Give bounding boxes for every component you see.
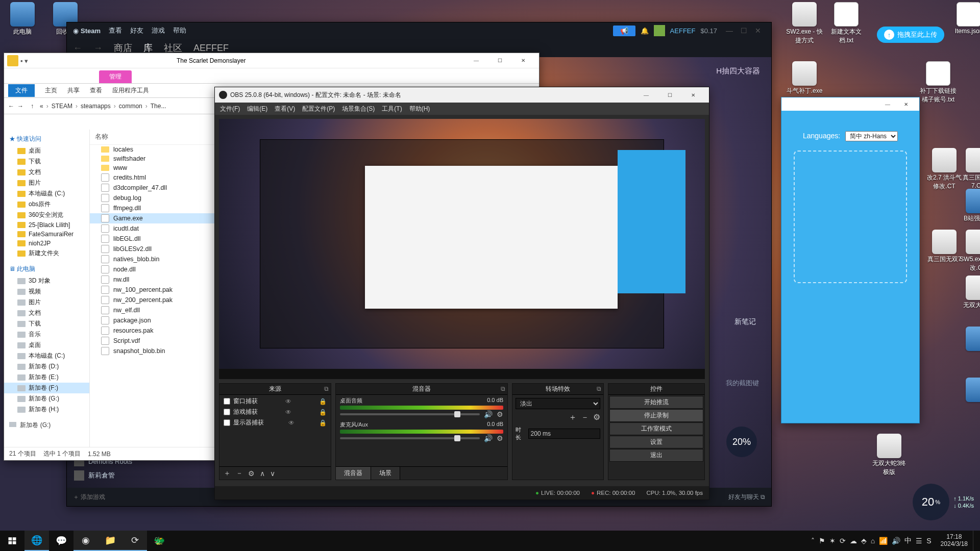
- sidebar-quick-header[interactable]: ★ 快速访问: [4, 133, 89, 145]
- speaker-icon[interactable]: 🔊: [484, 410, 493, 418]
- tray-icon[interactable]: ⟳: [840, 537, 846, 545]
- obs-menu-view[interactable]: 查看(V): [275, 105, 295, 113]
- source-checkbox[interactable]: [224, 398, 230, 405]
- desktop-icon-ct2[interactable]: 真三国无双7.CT: [959, 148, 980, 189]
- steam-min-button[interactable]: —: [722, 27, 737, 35]
- sidebar-item[interactable]: obs原件: [4, 199, 89, 210]
- obs-control-button[interactable]: 工作室模式: [609, 422, 703, 435]
- sidebar-item[interactable]: 本地磁盘 (C:): [4, 188, 89, 199]
- desktop-icon-ct1[interactable]: 改2.7 洪斗气修改.CT: [925, 148, 964, 191]
- crumb-up[interactable]: ↑: [27, 103, 38, 110]
- sidebar-item[interactable]: 新加卷 (G:): [4, 393, 89, 404]
- sidebar-item[interactable]: 图片: [4, 297, 89, 308]
- sidebar-item[interactable]: nioh2JP: [4, 239, 89, 248]
- src-down-button[interactable]: ∨: [270, 469, 275, 478]
- taskbar-obs[interactable]: ◉: [74, 531, 98, 551]
- tray-icon[interactable]: ☁: [850, 537, 857, 545]
- steam-close-button[interactable]: ✕: [751, 27, 765, 35]
- obs-control-button[interactable]: 停止录制: [609, 409, 703, 422]
- sidebar-item[interactable]: 新加卷 (F:): [4, 383, 89, 393]
- crumb-2[interactable]: steamapps: [79, 103, 113, 110]
- mixer-tab-mixer[interactable]: 混音器: [336, 467, 371, 480]
- explorer-close-button[interactable]: ✕: [511, 53, 535, 68]
- crumb-0[interactable]: «: [38, 103, 45, 110]
- obs-menu-help[interactable]: 帮助(H): [409, 105, 430, 113]
- source-item[interactable]: 显示器捕获👁🔒: [220, 417, 330, 428]
- desktop-icon-bili[interactable]: B站强暴姬: [959, 189, 980, 223]
- steam-menu-friends[interactable]: 好友: [130, 26, 143, 35]
- tray-network-icon[interactable]: 📶: [879, 537, 888, 545]
- obs-titlebar[interactable]: OBS 25.0.8 (64-bit, windows) - 配置文件: 未命名…: [215, 87, 709, 103]
- tray-icon[interactable]: ⚑: [819, 537, 825, 545]
- desktop-icon-dw7r[interactable]: 无双大蛇3终极版: [870, 434, 909, 477]
- sidebar-item[interactable]: 图片: [4, 178, 89, 188]
- crumb-3[interactable]: common: [117, 103, 144, 110]
- taskbar-explorer[interactable]: 📁: [98, 531, 122, 551]
- duration-input[interactable]: [528, 429, 600, 439]
- lock-icon[interactable]: 🔒: [319, 419, 327, 427]
- steam-nav-profile[interactable]: AEFFEF: [193, 43, 229, 54]
- src-add-button[interactable]: ＋: [224, 469, 231, 478]
- netspeed-widget[interactable]: 20% ↑ 1.1K/s ↓ 0.4K/s: [913, 484, 949, 520]
- obs-menu-profile[interactable]: 配置文件(P): [302, 105, 335, 113]
- language-dropzone[interactable]: [794, 151, 907, 283]
- tray-ime-icon[interactable]: 中: [904, 536, 912, 545]
- obs-max-button[interactable]: ☐: [658, 87, 681, 103]
- tray-icon[interactable]: ⌂: [871, 537, 875, 545]
- volume-slider[interactable]: [340, 413, 480, 415]
- show-desktop-button[interactable]: [973, 531, 980, 551]
- steam-username[interactable]: AEFFEF: [670, 27, 696, 35]
- explorer-tab-manage[interactable]: 管理: [99, 70, 132, 83]
- tray-icon[interactable]: ☰: [916, 537, 922, 545]
- sidebar-item[interactable]: 新加卷 (D:): [4, 361, 89, 372]
- obs-menu-file[interactable]: 文件(F): [220, 105, 240, 113]
- desktop-icon-douqi[interactable]: 斗气补丁.exe: [785, 61, 824, 95]
- sidebar-item[interactable]: 文档: [4, 167, 89, 178]
- eye-icon[interactable]: 👁: [285, 398, 291, 405]
- sidebar-item[interactable]: 文档: [4, 308, 89, 318]
- steam-menu-view[interactable]: 查看: [109, 26, 122, 35]
- sidebar-item[interactable]: 360安全浏览: [4, 210, 89, 220]
- volume-slider[interactable]: [340, 437, 480, 439]
- source-item[interactable]: 窗口捕获👁🔒: [220, 396, 330, 407]
- desktop-icon-patchtxt[interactable]: 补丁下载链接 橘子账号.txt: [919, 61, 958, 104]
- crumb-4[interactable]: The...: [149, 103, 168, 110]
- lock-icon[interactable]: 🔒: [319, 398, 327, 405]
- obs-menu-scenes[interactable]: 场景集合(S): [342, 105, 375, 113]
- sidebar-item[interactable]: 新建文件夹: [4, 248, 89, 259]
- sidebar-item[interactable]: 本地磁盘 (C:): [4, 350, 89, 361]
- steam-newnote[interactable]: 新笔记: [734, 317, 756, 327]
- obs-control-button[interactable]: 开始推流: [609, 396, 703, 409]
- panel-popout-icon[interactable]: ⧉: [324, 385, 329, 392]
- source-item[interactable]: 游戏捕获👁🔒: [220, 407, 330, 417]
- sidebar-pc-header[interactable]: 🖥 此电脑: [4, 263, 89, 276]
- desktop-icon-sw2[interactable]: SW2.exe - 快捷方式: [785, 2, 824, 45]
- sidebar-net-header[interactable]: 新加卷 (G:): [4, 419, 89, 432]
- obs-min-button[interactable]: —: [634, 87, 658, 103]
- steam-max-button[interactable]: ☐: [737, 27, 751, 35]
- language-select[interactable]: 简中 zh-Hans: [845, 131, 898, 141]
- transition-select[interactable]: 淡出: [516, 398, 600, 409]
- sidebar-item[interactable]: 桌面: [4, 145, 89, 156]
- taskbar-steam[interactable]: ⟳: [122, 531, 147, 551]
- steam-lib-item-1[interactable]: 新莉倉管: [70, 468, 223, 483]
- panel-popout-icon[interactable]: ⧉: [597, 385, 601, 392]
- explorer-max-button[interactable]: ☐: [488, 53, 511, 68]
- desktop-icon-orochi3[interactable]: [959, 378, 980, 403]
- desktop-icon-this-pc[interactable]: 此电脑: [3, 2, 42, 36]
- taskbar-clock[interactable]: 17:18 2024/3/18: [936, 534, 973, 548]
- explorer-ribbon-share[interactable]: 共享: [67, 86, 80, 95]
- obs-menu-tools[interactable]: 工具(T): [382, 105, 402, 113]
- panel-popout-icon[interactable]: ⧉: [501, 385, 505, 392]
- explorer-ribbon-file[interactable]: 文件: [8, 84, 35, 97]
- speaker-icon[interactable]: 🔊: [484, 434, 493, 442]
- explorer-ribbon-home[interactable]: 主页: [45, 86, 57, 95]
- gear-icon[interactable]: ⚙: [497, 410, 503, 418]
- desktop-icon-itemsjson[interactable]: Items.json: [949, 2, 980, 35]
- sidebar-item[interactable]: 视频: [4, 286, 89, 297]
- sidebar-item[interactable]: 下载: [4, 318, 89, 329]
- gear-icon[interactable]: ⚙: [497, 434, 503, 442]
- obs-control-button[interactable]: 设置: [609, 436, 703, 448]
- taskbar-edge[interactable]: 🌐: [24, 531, 49, 551]
- steam-avatar[interactable]: [654, 25, 665, 36]
